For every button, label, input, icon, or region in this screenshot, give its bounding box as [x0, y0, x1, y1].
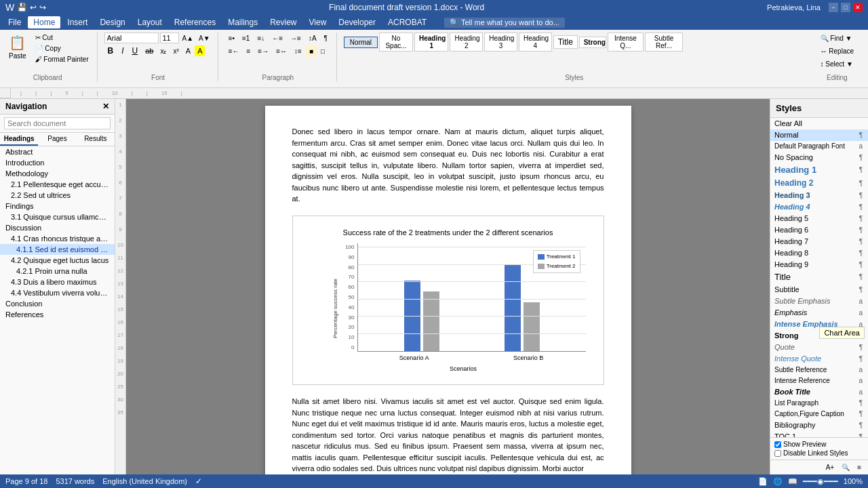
font-name-input[interactable]	[104, 33, 159, 43]
style-item-subtle-emphasis[interactable]: Subtle Emphasis a	[770, 296, 868, 307]
numbering-button[interactable]: ≡1	[239, 33, 253, 44]
copy-button[interactable]: 📄 Copy	[33, 43, 92, 54]
menu-view[interactable]: View	[304, 16, 332, 28]
style-item-heading3[interactable]: Heading 3 ¶	[770, 190, 868, 201]
nav-tab-results[interactable]: Results	[77, 133, 115, 146]
zoom-slider[interactable]: ━━━◉━━━	[803, 477, 838, 486]
menu-acrobat[interactable]: ACROBAT	[382, 16, 432, 28]
menu-home[interactable]: Home	[28, 16, 60, 28]
style-item-intense-quote[interactable]: Intense Quote ¶	[770, 353, 868, 365]
menu-file[interactable]: File	[3, 16, 26, 28]
style-item-title[interactable]: Title ¶	[770, 270, 868, 284]
maximize-button[interactable]: □	[841, 3, 850, 12]
align-right-button[interactable]: ≡→	[254, 45, 272, 57]
zoom-level[interactable]: 100%	[844, 477, 863, 485]
menu-design[interactable]: Design	[94, 16, 130, 28]
style-title[interactable]: Title	[553, 35, 578, 49]
format-painter-button[interactable]: 🖌 Format Painter	[33, 54, 92, 64]
nav-item-4-4[interactable]: 4.4 Vestibulum viverra volutpat erat...	[0, 287, 115, 298]
style-item-quote[interactable]: Quote ¶	[770, 342, 868, 353]
underline-button[interactable]: U	[129, 45, 142, 57]
style-item-emphasis[interactable]: Emphasis a	[770, 307, 868, 319]
style-item-heading6[interactable]: Heading 6 ¶	[770, 224, 868, 236]
style-item-strong[interactable]: Strong a	[770, 330, 868, 342]
decrease-font-button[interactable]: A▼	[197, 33, 212, 43]
style-subtle-ref[interactable]: Subtle Ref...	[645, 33, 683, 52]
chart-figure[interactable]: Success rate of the 2 treatments under t…	[292, 216, 604, 386]
style-no-spacing[interactable]: No Spac...	[379, 33, 413, 52]
menu-mailings[interactable]: Mailings	[222, 16, 263, 28]
nav-tab-pages[interactable]: Pages	[38, 133, 76, 146]
decrease-indent-button[interactable]: ←≡	[269, 33, 286, 44]
nav-item-discussion[interactable]: Discussion	[0, 222, 115, 233]
style-heading2[interactable]: Heading 2	[450, 33, 483, 52]
style-item-default-para[interactable]: Default Paragraph Font a	[770, 141, 868, 152]
nav-item-4-1[interactable]: 4.1 Cras rhoncus tristque ante	[0, 233, 115, 244]
nav-item-2-1[interactable]: 2.1 Pellentesque eget accumsan sap...	[0, 179, 115, 190]
style-inspector-button[interactable]: 🔍	[839, 462, 852, 472]
nav-close-button[interactable]: ✕	[102, 102, 109, 111]
style-item-subtle-reference[interactable]: Subtle Reference a	[770, 365, 868, 375]
line-spacing-button[interactable]: ↕≡	[291, 45, 305, 57]
manage-styles-button[interactable]: ≡	[854, 462, 864, 472]
quick-access-undo[interactable]: ↩	[30, 3, 37, 12]
border-button[interactable]: □	[317, 45, 328, 57]
superscript-button[interactable]: x²	[170, 46, 181, 56]
style-item-list-paragraph[interactable]: List Paragraph ¶	[770, 398, 868, 409]
justify-button[interactable]: ≡↔	[273, 45, 290, 57]
style-item-intense-emphasis[interactable]: Intense Emphasis a	[770, 319, 868, 330]
style-strong[interactable]: Strong	[579, 37, 606, 48]
style-item-no-spacing[interactable]: No Spacing ¶	[770, 152, 868, 163]
quick-access-save[interactable]: 💾	[17, 3, 27, 12]
paragraph-2[interactable]: Nulla sit amet libero nisi. Vivamus iacu…	[292, 396, 604, 474]
bullets-button[interactable]: ≡•	[225, 33, 238, 44]
quick-access-redo[interactable]: ↪	[39, 3, 46, 12]
menu-references[interactable]: References	[169, 16, 221, 28]
style-item-intense-reference[interactable]: Intense Reference a	[770, 375, 868, 386]
disable-linked-styles-checkbox[interactable]	[774, 450, 781, 457]
view-web-icon[interactable]: 🌐	[773, 477, 783, 486]
subscript-button[interactable]: x₂	[157, 46, 169, 56]
tell-me-search[interactable]: 🔍 Tell me what you want to do...	[444, 18, 565, 28]
view-read-icon[interactable]: 📖	[788, 477, 797, 486]
nav-item-references[interactable]: References	[0, 309, 115, 320]
style-item-caption[interactable]: Caption,Figure Caption ¶	[770, 409, 868, 420]
menu-developer[interactable]: Developer	[333, 16, 381, 28]
style-heading1[interactable]: Heading 1	[414, 33, 448, 52]
replace-button[interactable]: ↔ Replace	[817, 45, 857, 57]
new-style-button[interactable]: A+	[823, 462, 837, 472]
highlight-button[interactable]: A	[195, 45, 205, 56]
style-item-heading5[interactable]: Heading 5 ¶	[770, 213, 868, 224]
style-item-heading2[interactable]: Heading 2 ¶	[770, 177, 868, 190]
find-button[interactable]: 🔍 Find ▼	[817, 33, 857, 44]
nav-item-4-1-1[interactable]: 4.1.1 Sed id est euismod sollicitu...	[0, 244, 115, 255]
style-normal[interactable]: Normal	[344, 37, 378, 48]
cut-button[interactable]: ✂ Cut	[33, 33, 92, 43]
style-item-heading7[interactable]: Heading 7 ¶	[770, 236, 868, 247]
show-preview-checkbox[interactable]	[774, 441, 781, 448]
increase-indent-button[interactable]: →≡	[287, 33, 304, 44]
strikethrough-button[interactable]: ab	[142, 45, 156, 56]
paragraph-1[interactable]: Donec sed libero in lacus tempor ornare.…	[292, 126, 604, 205]
bold-button[interactable]: B	[104, 45, 117, 57]
style-item-bibliography[interactable]: Bibliography ¶	[770, 420, 868, 431]
increase-font-button[interactable]: A▲	[180, 33, 196, 43]
nav-item-methodology[interactable]: Methodology	[0, 168, 115, 179]
style-item-heading9[interactable]: Heading 9 ¶	[770, 259, 868, 270]
style-intense-q[interactable]: Intense Q...	[608, 33, 644, 52]
menu-layout[interactable]: Layout	[132, 16, 167, 28]
close-button[interactable]: ✕	[853, 3, 863, 12]
align-left-button[interactable]: ≡←	[225, 45, 243, 57]
style-item-toc1[interactable]: TOC 1 ¶	[770, 431, 868, 437]
select-button[interactable]: ↕ Select ▼	[817, 58, 857, 70]
nav-item-4-3[interactable]: 4.3 Duis a libero maximus	[0, 277, 115, 287]
style-heading3[interactable]: Heading 3	[484, 33, 517, 52]
view-print-icon[interactable]: 📄	[758, 477, 768, 486]
nav-item-3-1[interactable]: 3.1 Quisque cursus ullamcorper leo...	[0, 211, 115, 222]
style-item-normal[interactable]: Normal ¶	[770, 129, 868, 141]
font-size-input[interactable]	[160, 33, 179, 43]
style-item-heading1[interactable]: Heading 1 ¶	[770, 163, 868, 177]
style-heading4[interactable]: Heading 4	[519, 33, 552, 52]
minimize-button[interactable]: −	[829, 3, 838, 12]
shading-button[interactable]: ■	[306, 45, 317, 57]
